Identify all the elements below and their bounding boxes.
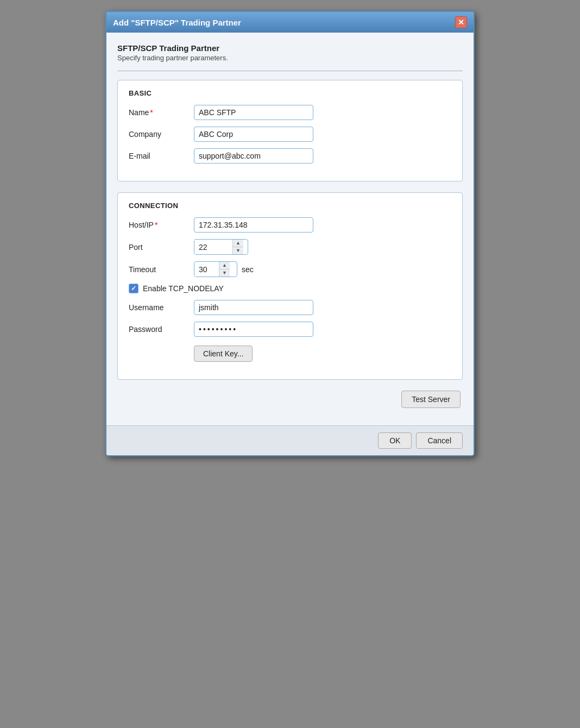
- tcp-nodelay-checkbox[interactable]: ✓: [129, 284, 138, 293]
- checkmark-icon: ✓: [131, 285, 136, 292]
- timeout-decrement-button[interactable]: ▼: [219, 269, 230, 277]
- port-decrement-button[interactable]: ▼: [233, 247, 243, 254]
- host-input[interactable]: [194, 217, 313, 233]
- port-spinner: ▲ ▼: [194, 239, 248, 255]
- dialog-body: SFTP/SCP Trading Partner Specify trading…: [106, 33, 474, 425]
- port-increment-button[interactable]: ▲: [233, 240, 243, 247]
- timeout-unit: sec: [242, 265, 254, 274]
- host-required-star: *: [155, 221, 157, 229]
- timeout-row: Timeout ▲ ▼ sec: [129, 261, 451, 277]
- timeout-spinner: ▲ ▼: [194, 261, 237, 277]
- tcp-nodelay-label: Enable TCP_NODELAY: [143, 284, 224, 293]
- ok-button[interactable]: OK: [378, 432, 412, 449]
- timeout-label: Timeout: [129, 265, 194, 274]
- section-subtitle: Specify trading partner parameters.: [117, 54, 463, 62]
- tcp-nodelay-row: ✓ Enable TCP_NODELAY: [129, 284, 451, 293]
- test-server-button[interactable]: Test Server: [401, 391, 461, 408]
- port-row: Port ▲ ▼: [129, 239, 451, 255]
- connection-legend: CONNECTION: [129, 202, 451, 210]
- add-trading-partner-dialog: Add "SFTP/SCP" Trading Partner ✕ SFTP/SC…: [105, 11, 475, 456]
- basic-section: BASIC Name* Company E-mail: [117, 80, 463, 181]
- timeout-spinner-buttons: ▲ ▼: [219, 262, 230, 277]
- name-row: Name*: [129, 105, 451, 120]
- timeout-input[interactable]: [194, 262, 219, 277]
- company-row: Company: [129, 127, 451, 142]
- password-input[interactable]: [194, 322, 313, 337]
- cancel-button[interactable]: Cancel: [416, 432, 463, 449]
- dialog-footer: OK Cancel: [106, 425, 474, 455]
- email-label: E-mail: [129, 152, 194, 160]
- username-input[interactable]: [194, 300, 313, 315]
- section-title: SFTP/SCP Trading Partner: [117, 43, 463, 53]
- name-label: Name*: [129, 108, 194, 117]
- timeout-increment-button[interactable]: ▲: [219, 262, 230, 269]
- username-row: Username: [129, 300, 451, 315]
- email-input[interactable]: [194, 148, 313, 164]
- dialog-titlebar: Add "SFTP/SCP" Trading Partner ✕: [106, 12, 474, 33]
- header-divider: [117, 71, 463, 71]
- test-server-row: Test Server: [117, 391, 463, 408]
- dialog-title: Add "SFTP/SCP" Trading Partner: [113, 18, 241, 27]
- port-label: Port: [129, 243, 194, 252]
- company-label: Company: [129, 130, 194, 139]
- company-input[interactable]: [194, 127, 313, 142]
- client-key-row: Client Key...: [129, 343, 451, 362]
- email-row: E-mail: [129, 148, 451, 164]
- client-key-button[interactable]: Client Key...: [194, 346, 253, 362]
- connection-section: CONNECTION Host/IP* Port ▲ ▼: [117, 192, 463, 380]
- host-row: Host/IP*: [129, 217, 451, 233]
- password-row: Password: [129, 322, 451, 337]
- host-label: Host/IP*: [129, 221, 194, 229]
- password-label: Password: [129, 325, 194, 334]
- username-label: Username: [129, 303, 194, 312]
- close-button[interactable]: ✕: [455, 16, 467, 28]
- section-header: SFTP/SCP Trading Partner Specify trading…: [117, 43, 463, 62]
- name-required-star: *: [150, 108, 153, 117]
- port-input[interactable]: [194, 240, 232, 254]
- basic-legend: BASIC: [129, 89, 451, 97]
- port-spinner-buttons: ▲ ▼: [232, 240, 243, 254]
- name-input[interactable]: [194, 105, 313, 120]
